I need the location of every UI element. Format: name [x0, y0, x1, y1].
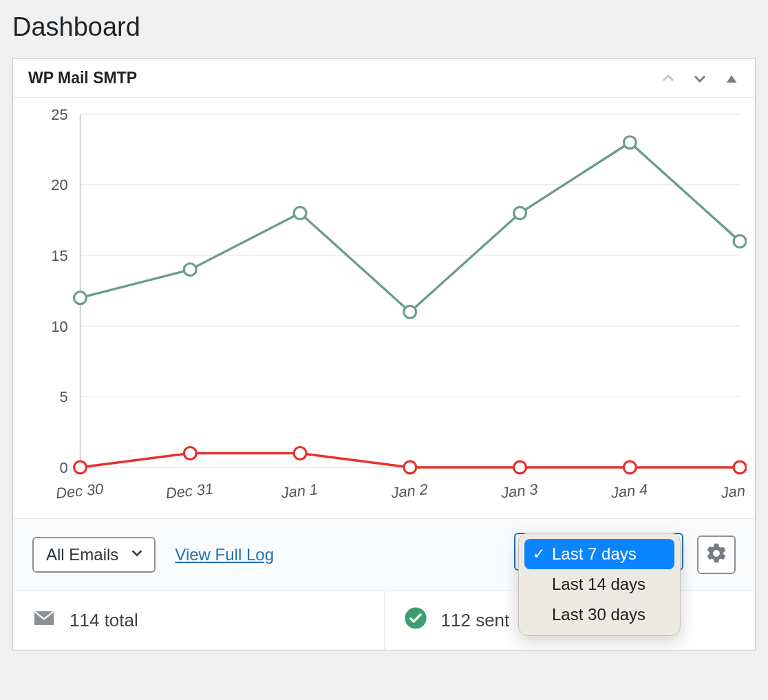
- svg-point-22: [184, 264, 196, 276]
- widget-title: WP Mail SMTP: [28, 69, 660, 87]
- email-filter-select[interactable]: All Emails: [32, 537, 156, 573]
- svg-text:15: 15: [51, 247, 67, 264]
- svg-text:Jan 3: Jan 3: [500, 480, 539, 502]
- smtp-widget: WP Mail SMTP 0510152025Dec 30Dec 31Jan 1…: [12, 59, 756, 650]
- chart-area: 0510152025Dec 30Dec 31Jan 1Jan 2Jan 3Jan…: [13, 98, 755, 518]
- date-range-dropdown: Last 7 daysLast 14 daysLast 30 days: [518, 533, 681, 636]
- settings-button[interactable]: [697, 535, 736, 574]
- svg-point-31: [404, 461, 416, 474]
- date-range-option[interactable]: Last 7 days: [524, 539, 674, 569]
- date-range-option[interactable]: Last 30 days: [524, 600, 674, 630]
- svg-text:Jan 5: Jan 5: [719, 480, 747, 502]
- svg-point-25: [514, 207, 526, 220]
- view-full-log-link[interactable]: View Full Log: [175, 545, 274, 564]
- stat-total: 114 total: [13, 591, 384, 650]
- email-filter-label: All Emails: [46, 545, 118, 564]
- svg-text:Jan 1: Jan 1: [279, 480, 319, 502]
- widget-header: WP Mail SMTP: [13, 59, 755, 98]
- envelope-icon: [32, 606, 56, 635]
- svg-text:0: 0: [59, 459, 67, 476]
- svg-text:Dec 30: Dec 30: [55, 480, 104, 502]
- check-circle-icon: [404, 606, 427, 635]
- svg-point-29: [184, 447, 196, 460]
- svg-text:Jan 2: Jan 2: [390, 480, 429, 502]
- move-up-icon: [660, 70, 676, 87]
- svg-point-30: [294, 447, 306, 460]
- svg-marker-0: [727, 75, 737, 83]
- svg-text:Jan 4: Jan 4: [610, 480, 649, 502]
- svg-text:5: 5: [59, 388, 67, 405]
- widget-toolbar: All Emails View Full Log Last 7 daysLast…: [13, 518, 755, 591]
- svg-point-21: [74, 292, 87, 304]
- gear-icon: [705, 542, 728, 568]
- svg-point-28: [74, 461, 87, 474]
- date-range-option[interactable]: Last 14 days: [524, 569, 674, 600]
- email-chart: 0510152025Dec 30Dec 31Jan 1Jan 2Jan 3Jan…: [21, 105, 747, 516]
- svg-point-23: [294, 207, 306, 220]
- chevron-down-icon: [129, 545, 145, 564]
- svg-point-27: [734, 235, 746, 248]
- svg-text:Dec 31: Dec 31: [165, 480, 214, 502]
- stat-total-text: 114 total: [70, 610, 138, 631]
- page-title: Dashboard: [12, 12, 756, 42]
- svg-point-34: [734, 461, 746, 474]
- collapse-toggle-icon[interactable]: [723, 70, 740, 87]
- svg-point-26: [623, 136, 636, 149]
- stat-sent-text: 112 sent: [441, 610, 510, 631]
- svg-text:20: 20: [51, 176, 67, 193]
- move-down-icon[interactable]: [692, 70, 708, 87]
- svg-point-24: [404, 306, 416, 318]
- svg-text:25: 25: [51, 106, 67, 123]
- svg-point-33: [623, 461, 636, 474]
- svg-text:10: 10: [51, 318, 67, 335]
- widget-header-actions: [660, 70, 740, 87]
- svg-point-32: [514, 461, 526, 474]
